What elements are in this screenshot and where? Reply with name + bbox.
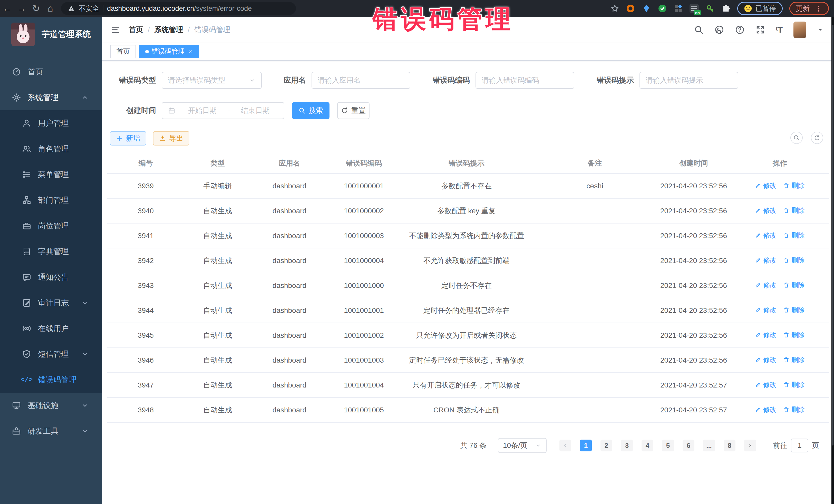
toggle-search-button[interactable] xyxy=(790,132,803,144)
refresh-table-button[interactable] xyxy=(811,132,823,144)
sidebar-item-infrastructure[interactable]: 基础设施 xyxy=(0,393,102,418)
breadcrumb-system[interactable]: 系统管理 xyxy=(154,25,183,35)
sidebar-item-org-tree[interactable]: 部门管理 xyxy=(0,187,102,213)
sidebar-item-menu-list[interactable]: 菜单管理 xyxy=(0,162,102,187)
breadcrumb-home[interactable]: 首页 xyxy=(129,25,143,35)
cell-code: 1001000004 xyxy=(328,248,400,273)
col-type: 类型 xyxy=(184,153,251,174)
extension-green-check-icon[interactable] xyxy=(658,4,667,13)
page-scrollbar[interactable] xyxy=(831,17,834,504)
extension-puzzle-icon[interactable] xyxy=(721,4,730,13)
delete-row-link[interactable]: 删除 xyxy=(783,180,805,191)
search-button[interactable]: 搜索 xyxy=(292,102,329,119)
error-msg-input[interactable] xyxy=(646,76,732,84)
sidebar-item-briefcase[interactable]: 岗位管理 xyxy=(0,213,102,239)
edit-row-link[interactable]: 修改 xyxy=(755,305,776,315)
fullscreen-icon[interactable] xyxy=(755,25,765,35)
extension-gem-icon[interactable] xyxy=(642,4,651,13)
extension-key-icon[interactable] xyxy=(705,4,715,13)
scrollbar-thumb[interactable] xyxy=(832,25,833,445)
edit-row-link[interactable]: 修改 xyxy=(755,379,776,390)
extension-orange-icon[interactable] xyxy=(626,4,635,13)
extension-list-icon[interactable]: on xyxy=(689,4,699,13)
error-type-select[interactable]: 请选择错误码类型 xyxy=(162,72,262,89)
tab-home[interactable]: 首页 xyxy=(110,45,136,58)
profile-paused-chip[interactable]: 已暂停 xyxy=(737,2,783,15)
edit-row-link[interactable]: 修改 xyxy=(755,355,776,365)
export-button[interactable]: 导出 xyxy=(153,131,190,146)
goto-page-input[interactable] xyxy=(791,439,808,453)
add-button[interactable]: 新增 xyxy=(110,131,146,146)
chevron-left-icon xyxy=(562,442,568,448)
edit-row-link[interactable]: 修改 xyxy=(755,230,776,240)
browser-update-chip[interactable]: 更新 ⋮ xyxy=(789,2,829,15)
sidebar-item-dev-tools[interactable]: 研发工具 xyxy=(0,418,102,444)
page-button-4[interactable]: 4 xyxy=(641,440,653,452)
app-name-input[interactable] xyxy=(318,76,404,84)
delete-row-link[interactable]: 删除 xyxy=(783,404,805,415)
page-button-8[interactable]: 8 xyxy=(724,440,736,452)
extension-grid-icon[interactable] xyxy=(674,4,683,13)
goto-label: 前往 xyxy=(773,441,787,451)
sidebar-item-user[interactable]: 用户管理 xyxy=(0,110,102,136)
page-size-select[interactable]: 10条/页 xyxy=(498,438,547,453)
delete-row-link[interactable]: 删除 xyxy=(783,255,805,265)
browser-menu-icon[interactable]: ⋮ xyxy=(815,4,822,13)
delete-row-link[interactable]: 删除 xyxy=(783,305,805,315)
delete-row-link[interactable]: 删除 xyxy=(783,355,805,365)
hamburger-icon[interactable] xyxy=(110,25,120,35)
delete-row-link[interactable]: 删除 xyxy=(783,330,805,340)
delete-row-link[interactable]: 删除 xyxy=(783,379,805,390)
date-range-picker[interactable]: 开始日期 - 结束日期 xyxy=(162,102,284,119)
sidebar-item-dashboard[interactable]: 首页 xyxy=(0,59,102,85)
edit-row-link[interactable]: 修改 xyxy=(755,404,776,415)
delete-row-link[interactable]: 删除 xyxy=(783,280,805,290)
close-icon[interactable] xyxy=(187,49,193,54)
edit-icon xyxy=(755,307,761,313)
bookmark-star-icon[interactable] xyxy=(611,4,619,13)
home-icon[interactable]: ⌂ xyxy=(43,3,58,14)
sidebar-item-gear[interactable]: 系统管理 xyxy=(0,85,102,110)
chevron-down-icon[interactable] xyxy=(817,26,824,33)
error-code-input[interactable] xyxy=(482,76,568,84)
browser-toolbar: ← → ↻ ⌂ 不安全 dashboard.yudao.iocoder.cn/s… xyxy=(0,0,834,17)
forward-icon[interactable]: → xyxy=(14,3,29,14)
sidebar-item-audit-log[interactable]: 审计日志 xyxy=(0,290,102,316)
sidebar-item-label: 研发工具 xyxy=(28,426,59,437)
page-button-1[interactable]: 1 xyxy=(580,440,592,452)
table-row: 3947自动生成dashboard1001001004只有开启状态的任务，才可以… xyxy=(107,373,829,397)
page-button-2[interactable]: 2 xyxy=(600,440,612,452)
edit-row-link[interactable]: 修改 xyxy=(755,180,776,191)
sidebar-item-dictionary[interactable]: 字典管理 xyxy=(0,239,102,264)
sidebar-item-code[interactable]: </>错误码管理 xyxy=(0,367,102,393)
edit-row-link[interactable]: 修改 xyxy=(755,205,776,216)
help-icon[interactable] xyxy=(735,25,745,35)
prev-page-button[interactable] xyxy=(559,440,571,452)
cell-remark xyxy=(533,348,656,373)
page-button-3[interactable]: 3 xyxy=(621,440,633,452)
edit-row-link[interactable]: 修改 xyxy=(755,255,776,265)
page-button-6[interactable]: 6 xyxy=(683,440,695,452)
font-size-icon[interactable]: ᵗT xyxy=(776,25,783,35)
sidebar-item-sms-shield[interactable]: 短信管理 xyxy=(0,341,102,367)
address-bar[interactable]: 不安全 dashboard.yudao.iocoder.cn/system/er… xyxy=(61,2,296,15)
delete-row-link[interactable]: 删除 xyxy=(783,205,805,216)
tab-error-code[interactable]: 错误码管理 xyxy=(139,45,199,58)
edit-row-link[interactable]: 修改 xyxy=(755,280,776,290)
pagination-ellipsis[interactable]: ... xyxy=(703,440,715,452)
edit-row-link[interactable]: 修改 xyxy=(755,330,776,340)
reload-icon[interactable]: ↻ xyxy=(29,3,43,14)
cell-msg: 参数配置不存在 xyxy=(400,174,533,198)
back-icon[interactable]: ← xyxy=(0,3,14,14)
user-avatar[interactable] xyxy=(793,22,806,38)
cell-app: dashboard xyxy=(251,298,328,323)
delete-row-link[interactable]: 删除 xyxy=(783,230,805,240)
sidebar-item-announcement[interactable]: 通知公告 xyxy=(0,264,102,290)
page-button-5[interactable]: 5 xyxy=(662,440,674,452)
search-icon[interactable] xyxy=(694,25,704,35)
next-page-button[interactable] xyxy=(744,440,756,452)
github-icon[interactable] xyxy=(715,25,724,35)
sidebar-item-online-users[interactable]: 在线用户 xyxy=(0,316,102,341)
reset-button[interactable]: 重置 xyxy=(337,102,370,119)
sidebar-item-users[interactable]: 角色管理 xyxy=(0,136,102,162)
